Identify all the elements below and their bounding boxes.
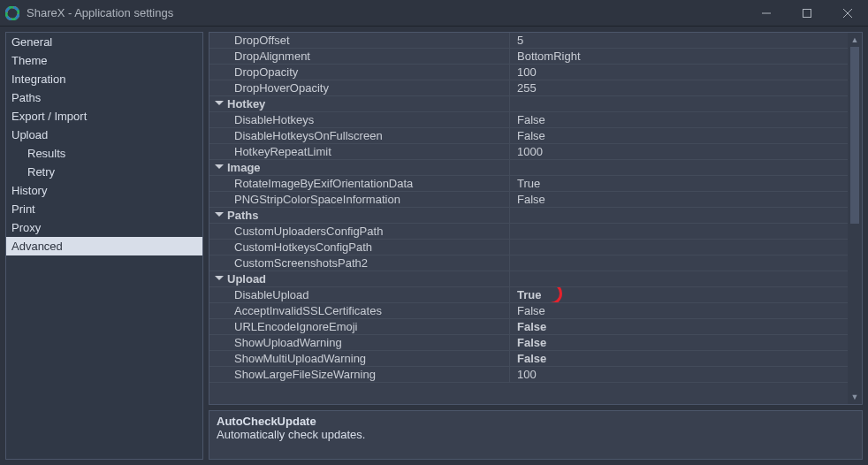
property-value[interactable]: True bbox=[510, 176, 848, 191]
property-category[interactable]: Hotkey bbox=[209, 96, 848, 112]
sidebar-item-retry[interactable]: Retry bbox=[6, 163, 202, 181]
titlebar: ShareX - Application settings bbox=[0, 0, 868, 27]
minimize-button[interactable] bbox=[746, 0, 787, 27]
property-name: DropOffset bbox=[209, 33, 510, 48]
property-row[interactable]: ShowUploadWarningFalse bbox=[209, 335, 848, 351]
sidebar-item-print[interactable]: Print bbox=[6, 200, 202, 218]
svg-point-2 bbox=[6, 7, 19, 19]
property-name: AcceptInvalidSSLCertificates bbox=[209, 303, 510, 318]
property-row[interactable]: ShowLargeFileSizeWarning100 bbox=[209, 367, 848, 383]
property-value[interactable]: False bbox=[510, 303, 848, 318]
settings-sidebar[interactable]: GeneralThemeIntegrationPathsExport / Imp… bbox=[5, 32, 203, 460]
category-label: Image bbox=[209, 160, 510, 175]
category-label: Paths bbox=[209, 208, 510, 223]
property-name: DropOpacity bbox=[209, 65, 510, 80]
sidebar-item-advanced[interactable]: Advanced bbox=[6, 237, 202, 255]
property-name: CustomUploadersConfigPath bbox=[209, 224, 510, 239]
scroll-up-icon[interactable]: ▲ bbox=[848, 33, 862, 47]
property-value[interactable]: False bbox=[510, 112, 848, 127]
property-row[interactable]: PNGStripColorSpaceInformationFalse bbox=[209, 192, 848, 208]
maximize-button[interactable] bbox=[787, 0, 827, 27]
description-panel: AutoCheckUpdate Automatically check upda… bbox=[209, 410, 863, 460]
property-value[interactable]: BottomRight bbox=[510, 49, 848, 64]
close-button[interactable] bbox=[827, 0, 868, 27]
property-category[interactable]: Image bbox=[209, 160, 848, 176]
main-area: GeneralThemeIntegrationPathsExport / Imp… bbox=[0, 27, 868, 465]
property-value[interactable]: 100 bbox=[510, 65, 848, 80]
sidebar-item-history[interactable]: History bbox=[6, 181, 202, 200]
property-name: PNGStripColorSpaceInformation bbox=[209, 192, 510, 207]
property-value bbox=[510, 160, 848, 175]
property-name: DisableHotkeys bbox=[209, 112, 510, 127]
sidebar-item-results[interactable]: Results bbox=[6, 144, 202, 163]
sidebar-item-upload[interactable]: Upload bbox=[6, 126, 202, 144]
property-category[interactable]: Paths bbox=[209, 208, 848, 224]
property-row[interactable]: DropOpacity100 bbox=[209, 65, 848, 80]
property-row[interactable]: DisableUploadTrue bbox=[209, 287, 848, 303]
property-value[interactable]: False bbox=[510, 351, 848, 366]
sidebar-item-paths[interactable]: Paths bbox=[6, 88, 202, 107]
property-name: ShowMultiUploadWarning bbox=[209, 351, 510, 366]
property-value[interactable]: True bbox=[510, 287, 848, 302]
sidebar-item-integration[interactable]: Integration bbox=[6, 70, 202, 88]
property-name: ShowLargeFileSizeWarning bbox=[209, 367, 510, 382]
property-value[interactable] bbox=[510, 240, 848, 255]
property-category[interactable]: Upload bbox=[209, 271, 848, 287]
property-value[interactable]: 5 bbox=[510, 33, 848, 48]
vertical-scrollbar[interactable]: ▲ ▼ bbox=[848, 33, 862, 404]
sidebar-item-proxy[interactable]: Proxy bbox=[6, 218, 202, 237]
property-row[interactable]: URLEncodeIgnoreEmojiFalse bbox=[209, 319, 848, 335]
sidebar-item-general[interactable]: General bbox=[6, 33, 202, 51]
property-name: DropHoverOpacity bbox=[209, 80, 510, 95]
property-name: HotkeyRepeatLimit bbox=[209, 144, 510, 159]
app-logo-icon bbox=[5, 6, 19, 20]
property-row[interactable]: DisableHotkeysOnFullscreenFalse bbox=[209, 128, 848, 144]
property-row[interactable]: ShowMultiUploadWarningFalse bbox=[209, 351, 848, 367]
category-label: Upload bbox=[209, 271, 510, 286]
svg-rect-4 bbox=[803, 9, 811, 17]
property-name: DropAlignment bbox=[209, 49, 510, 64]
property-row[interactable]: DropOffset5 bbox=[209, 33, 848, 49]
property-name: DisableUpload bbox=[209, 287, 510, 302]
property-name: RotateImageByExifOrientationData bbox=[209, 176, 510, 191]
property-row[interactable]: HotkeyRepeatLimit1000 bbox=[209, 144, 848, 160]
property-name: CustomHotkeysConfigPath bbox=[209, 240, 510, 255]
property-value[interactable]: 100 bbox=[510, 367, 848, 382]
property-value bbox=[510, 96, 848, 111]
property-value[interactable]: False bbox=[510, 128, 848, 143]
property-value[interactable] bbox=[510, 255, 848, 271]
property-value[interactable]: False bbox=[510, 192, 848, 207]
property-value[interactable]: 1000 bbox=[510, 144, 848, 159]
scroll-down-icon[interactable]: ▼ bbox=[848, 390, 862, 404]
hand-annotation-circle bbox=[510, 287, 562, 302]
property-row[interactable]: CustomScreenshotsPath2 bbox=[209, 255, 848, 271]
property-name: CustomScreenshotsPath2 bbox=[209, 255, 510, 271]
property-row[interactable]: DropAlignmentBottomRight bbox=[209, 49, 848, 65]
property-value[interactable]: False bbox=[510, 319, 848, 334]
property-grid[interactable]: DropOffset5DropAlignmentBottomRightDropO… bbox=[209, 33, 848, 404]
sidebar-item-export-import[interactable]: Export / Import bbox=[6, 107, 202, 126]
property-row[interactable]: CustomUploadersConfigPath bbox=[209, 224, 848, 240]
property-value[interactable]: False bbox=[510, 335, 848, 350]
sidebar-item-theme[interactable]: Theme bbox=[6, 51, 202, 70]
property-value[interactable] bbox=[510, 224, 848, 239]
category-label: Hotkey bbox=[209, 96, 510, 111]
property-name: DisableHotkeysOnFullscreen bbox=[209, 128, 510, 143]
scrollbar-thumb[interactable] bbox=[850, 47, 859, 224]
property-value bbox=[510, 271, 848, 286]
property-name: URLEncodeIgnoreEmoji bbox=[209, 319, 510, 334]
property-row[interactable]: AcceptInvalidSSLCertificatesFalse bbox=[209, 303, 848, 319]
window-title: ShareX - Application settings bbox=[27, 6, 173, 19]
property-row[interactable]: RotateImageByExifOrientationDataTrue bbox=[209, 176, 848, 192]
property-value bbox=[510, 208, 848, 223]
property-name: ShowUploadWarning bbox=[209, 335, 510, 350]
description-body: Automatically check updates. bbox=[217, 428, 855, 441]
property-row[interactable]: DropHoverOpacity255 bbox=[209, 80, 848, 96]
property-row[interactable]: DisableHotkeysFalse bbox=[209, 112, 848, 128]
property-value[interactable]: 255 bbox=[510, 80, 848, 95]
property-row[interactable]: CustomHotkeysConfigPath bbox=[209, 240, 848, 255]
property-grid-panel: DropOffset5DropAlignmentBottomRightDropO… bbox=[209, 32, 863, 405]
description-title: AutoCheckUpdate bbox=[217, 415, 855, 428]
